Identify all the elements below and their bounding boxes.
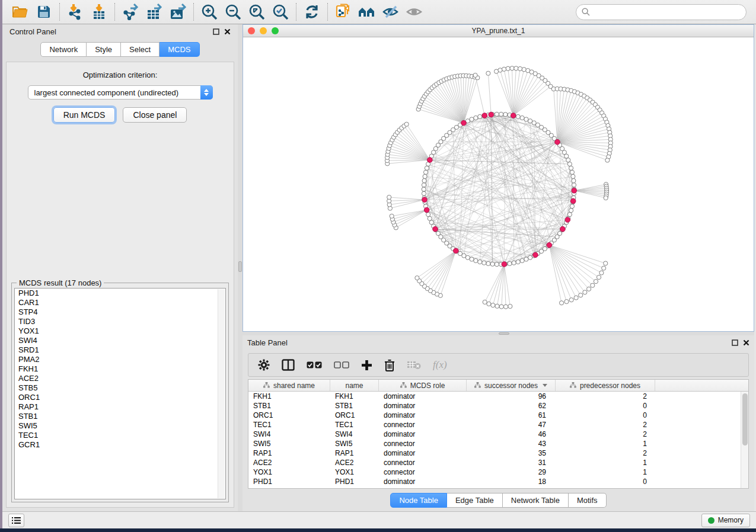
- mcds-hub-node[interactable]: [560, 226, 566, 232]
- network-node[interactable]: [569, 166, 573, 170]
- network-node[interactable]: [503, 113, 508, 117]
- network-node[interactable]: [570, 204, 574, 209]
- network-node[interactable]: [569, 209, 573, 213]
- list-item[interactable]: ACE2: [15, 374, 225, 383]
- network-node[interactable]: [508, 261, 512, 265]
- mcds-hub-node[interactable]: [511, 113, 516, 118]
- scrollbar-thumb[interactable]: [742, 393, 748, 446]
- save-session-button[interactable]: [32, 2, 56, 22]
- search-box[interactable]: [576, 4, 747, 20]
- splitter-grip[interactable]: [499, 332, 509, 335]
- network-node[interactable]: [604, 196, 608, 200]
- network-node[interactable]: [520, 258, 524, 262]
- network-node[interactable]: [470, 117, 474, 121]
- tab-node-table[interactable]: Node Table: [390, 493, 447, 508]
- list-item[interactable]: SWI4: [15, 336, 225, 345]
- column-header-shared-name[interactable]: shared name: [248, 380, 330, 391]
- tab-edge-table[interactable]: Edge Table: [447, 493, 503, 508]
- list-item[interactable]: STB1: [15, 412, 225, 421]
- splitter-grip[interactable]: [238, 261, 242, 272]
- network-node[interactable]: [465, 255, 470, 259]
- table-row[interactable]: YOX1YOX1connector291: [248, 467, 748, 477]
- network-node[interactable]: [495, 112, 499, 116]
- network-node[interactable]: [502, 67, 506, 71]
- network-node[interactable]: [425, 166, 429, 170]
- network-node[interactable]: [474, 258, 478, 262]
- network-node[interactable]: [415, 276, 419, 280]
- run-mcds-button[interactable]: Run MCDS: [53, 107, 116, 123]
- close-panel-button[interactable]: Close panel: [123, 107, 187, 123]
- deselect-all-icon[interactable]: [334, 361, 349, 369]
- criterion-dropdown[interactable]: largest connected component (undirected): [28, 85, 213, 100]
- export-network-button[interactable]: [119, 2, 142, 22]
- network-node[interactable]: [478, 114, 482, 118]
- mcds-hub-node[interactable]: [454, 248, 459, 254]
- table-row[interactable]: TEC1TEC1connector472: [248, 420, 748, 430]
- network-node[interactable]: [567, 212, 572, 216]
- select-all-icon[interactable]: [307, 361, 322, 369]
- network-node[interactable]: [524, 117, 528, 121]
- network-node[interactable]: [520, 116, 524, 120]
- list-item[interactable]: PHD1: [15, 289, 225, 298]
- close-panel-icon[interactable]: [224, 28, 231, 35]
- apply-layout-button[interactable]: [300, 2, 324, 22]
- tab-style[interactable]: Style: [87, 42, 121, 57]
- network-node[interactable]: [491, 303, 495, 307]
- network-from-selection-button[interactable]: [331, 2, 355, 22]
- horizontal-splitter[interactable]: [243, 332, 754, 335]
- network-node[interactable]: [503, 305, 508, 309]
- tab-select[interactable]: Select: [121, 42, 160, 57]
- network-node[interactable]: [572, 183, 576, 187]
- function-builder-icon[interactable]: f(x): [433, 359, 447, 371]
- mcds-hub-node[interactable]: [433, 226, 438, 232]
- network-node[interactable]: [508, 304, 512, 308]
- network-node[interactable]: [602, 266, 606, 270]
- network-node[interactable]: [591, 283, 595, 287]
- mcds-hub-node[interactable]: [547, 242, 552, 248]
- network-node[interactable]: [422, 191, 426, 196]
- zoom-out-button[interactable]: [221, 2, 245, 22]
- network-node[interactable]: [483, 300, 487, 304]
- mcds-hub-node[interactable]: [570, 198, 576, 204]
- network-node[interactable]: [518, 66, 522, 70]
- network-node[interactable]: [596, 275, 601, 279]
- table-row[interactable]: SWI4SWI4dominator462: [248, 430, 748, 439]
- zoom-fit-button[interactable]: [245, 2, 269, 22]
- mcds-hub-node[interactable]: [555, 139, 560, 145]
- list-item[interactable]: TEC1: [15, 431, 225, 440]
- network-node[interactable]: [566, 158, 570, 162]
- network-node[interactable]: [486, 71, 490, 75]
- table-row[interactable]: ORC1ORC1dominator610: [248, 411, 748, 420]
- network-node[interactable]: [604, 261, 608, 265]
- show-task-history-button[interactable]: [8, 514, 24, 527]
- network-node[interactable]: [482, 261, 486, 265]
- network-node[interactable]: [564, 300, 569, 304]
- network-node[interactable]: [583, 290, 587, 294]
- mcds-hub-node[interactable]: [482, 113, 487, 118]
- network-node[interactable]: [426, 212, 430, 216]
- network-node[interactable]: [478, 259, 482, 264]
- network-node[interactable]: [599, 271, 604, 275]
- network-canvas[interactable]: [243, 37, 754, 331]
- mcds-hub-node[interactable]: [572, 188, 577, 193]
- list-item[interactable]: CAR1: [15, 298, 225, 307]
- tab-network-table[interactable]: Network Table: [503, 493, 569, 508]
- network-node[interactable]: [404, 122, 409, 126]
- network-node[interactable]: [487, 302, 491, 306]
- column-header-successor-nodes[interactable]: successor nodes: [467, 380, 556, 391]
- network-node[interactable]: [422, 187, 426, 191]
- table-row[interactable]: RAP1RAP1dominator352: [248, 448, 748, 458]
- network-node[interactable]: [499, 305, 503, 309]
- network-node[interactable]: [499, 112, 503, 116]
- network-node[interactable]: [470, 257, 474, 261]
- list-item[interactable]: STP4: [15, 307, 225, 317]
- table-row[interactable]: SWI5SWI5connector431: [248, 439, 748, 448]
- list-item[interactable]: SRD1: [15, 345, 225, 355]
- network-node[interactable]: [512, 261, 516, 265]
- network-node[interactable]: [572, 178, 576, 182]
- import-network-button[interactable]: [63, 2, 87, 22]
- delete-columns-icon[interactable]: [384, 359, 395, 371]
- list-item[interactable]: RAP1: [15, 402, 225, 412]
- import-table-button[interactable]: [87, 2, 111, 22]
- list-item[interactable]: TID3: [15, 317, 225, 326]
